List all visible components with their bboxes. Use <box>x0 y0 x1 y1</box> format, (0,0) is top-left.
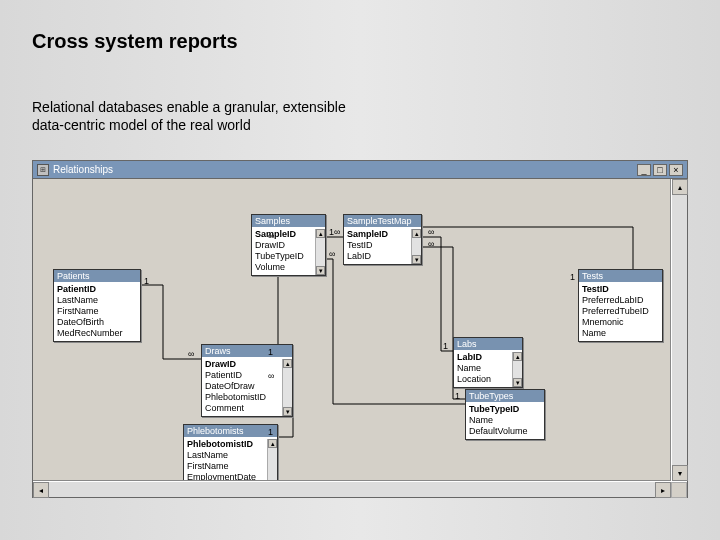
entity-scrollbar[interactable]: ▴▾ <box>282 359 292 416</box>
field: SampleID <box>255 229 313 240</box>
field: PreferredTubeID <box>582 306 659 317</box>
close-button[interactable]: × <box>669 164 683 176</box>
scroll-up-button[interactable]: ▴ <box>672 179 688 195</box>
subtitle-line-1: Relational databases enable a granular, … <box>32 99 346 115</box>
entity-tests[interactable]: Tests TestID PreferredLabID PreferredTub… <box>578 269 663 342</box>
entity-scrollbar[interactable]: ▴▾ <box>267 439 277 481</box>
maximize-button[interactable]: □ <box>653 164 667 176</box>
cardinality-many: ∞ <box>428 227 434 237</box>
field: DateOfBirth <box>57 317 137 328</box>
entity-title: TubeTypes <box>466 390 544 402</box>
vertical-scrollbar[interactable]: ▴ ▾ <box>671 179 687 481</box>
field: DrawID <box>255 240 313 251</box>
horizontal-scrollbar[interactable]: ◂ ▸ <box>33 481 687 497</box>
field: Name <box>582 328 659 339</box>
field: Name <box>457 363 510 374</box>
scroll-track[interactable] <box>672 195 687 465</box>
entity-phlebotomists[interactable]: Phlebotomists PhlebotomistID LastName Fi… <box>183 424 278 481</box>
entity-title: SampleTestMap <box>344 215 421 227</box>
field: Volume <box>255 262 313 273</box>
cardinality-one: 1 <box>443 341 448 351</box>
entity-scrollbar[interactable]: ▴▾ <box>411 229 421 264</box>
cardinality-many: ∞ <box>334 227 340 237</box>
scroll-right-button[interactable]: ▸ <box>655 482 671 498</box>
entity-title: Patients <box>54 270 140 282</box>
cardinality-many: ∞ <box>268 231 274 241</box>
relationships-canvas[interactable]: Patients PatientID LastName FirstName Da… <box>33 179 671 481</box>
entity-title: Draws <box>202 345 292 357</box>
scroll-corner <box>671 482 687 498</box>
field: PreferredLabID <box>582 295 659 306</box>
scroll-track[interactable] <box>49 482 655 497</box>
field: FirstName <box>187 461 265 472</box>
field: PatientID <box>57 284 137 295</box>
entity-title: Phlebotomists <box>184 425 277 437</box>
scroll-left-button[interactable]: ◂ <box>33 482 49 498</box>
field: LastName <box>187 450 265 461</box>
entity-tubetypes[interactable]: TubeTypes TubeTypeID Name DefaultVolume <box>465 389 545 440</box>
entity-sampletestmap[interactable]: SampleTestMap SampleID TestID LabID ▴▾ <box>343 214 422 265</box>
entity-title: Samples <box>252 215 325 227</box>
entity-scrollbar[interactable]: ▴▾ <box>512 352 522 387</box>
entity-patients[interactable]: Patients PatientID LastName FirstName Da… <box>53 269 141 342</box>
field: LabID <box>457 352 510 363</box>
field: DateOfDraw <box>205 381 280 392</box>
page-title: Cross system reports <box>32 30 238 53</box>
field: TestID <box>347 240 409 251</box>
cardinality-many: ∞ <box>188 349 194 359</box>
minimize-button[interactable]: _ <box>637 164 651 176</box>
field: TubeTypeID <box>255 251 313 262</box>
cardinality-many: ∞ <box>268 371 274 381</box>
entity-title: Labs <box>454 338 522 350</box>
field: DefaultVolume <box>469 426 541 437</box>
field: EmploymentDate <box>187 472 265 481</box>
field: PhlebotomistID <box>187 439 265 450</box>
field: Comment <box>205 403 280 414</box>
field: MedRecNumber <box>57 328 137 339</box>
field: LabID <box>347 251 409 262</box>
cardinality-one: 1 <box>268 427 273 437</box>
cardinality-many: ∞ <box>329 249 335 259</box>
entity-title: Tests <box>579 270 662 282</box>
entity-samples[interactable]: Samples SampleID DrawID TubeTypeID Volum… <box>251 214 326 276</box>
cardinality-one: 1 <box>570 272 575 282</box>
window-icon: ⊞ <box>37 164 49 176</box>
window-titlebar[interactable]: ⊞ Relationships _ □ × <box>33 161 687 179</box>
cardinality-many: ∞ <box>428 239 434 249</box>
window-title: Relationships <box>53 164 113 175</box>
field: Location <box>457 374 510 385</box>
field: TubeTypeID <box>469 404 541 415</box>
field: FirstName <box>57 306 137 317</box>
field: DrawID <box>205 359 280 370</box>
field: PhlebotomistID <box>205 392 280 403</box>
cardinality-one: 1 <box>455 391 460 401</box>
entity-labs[interactable]: Labs LabID Name Location ▴▾ <box>453 337 523 388</box>
page-subtitle: Relational databases enable a granular, … <box>32 98 346 134</box>
field: TestID <box>582 284 659 295</box>
relationships-window: ⊞ Relationships _ □ × Patients Patient <box>32 160 688 498</box>
field: Name <box>469 415 541 426</box>
entity-draws[interactable]: Draws DrawID PatientID DateOfDraw Phlebo… <box>201 344 293 417</box>
field: LastName <box>57 295 137 306</box>
field: SampleID <box>347 229 409 240</box>
field: Mnemonic <box>582 317 659 328</box>
entity-scrollbar[interactable]: ▴▾ <box>315 229 325 275</box>
subtitle-line-2: data-centric model of the real world <box>32 117 251 133</box>
cardinality-one: 1 <box>144 276 149 286</box>
scroll-down-button[interactable]: ▾ <box>672 465 688 481</box>
cardinality-one: 1 <box>268 347 273 357</box>
